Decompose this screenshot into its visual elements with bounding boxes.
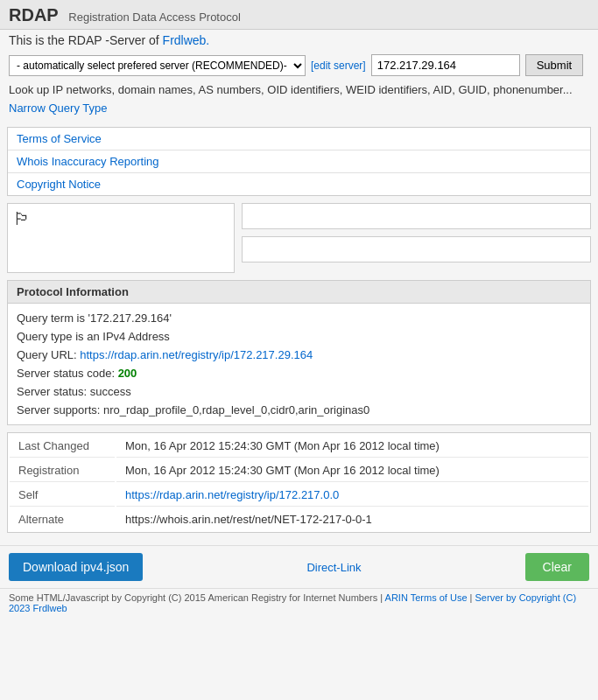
narrow-query-section: Narrow Query Type [0,100,598,122]
direct-link[interactable]: Direct-Link [306,561,361,574]
flag-icon: 🏳 [13,209,31,228]
card-left: 🏳 [7,203,235,273]
footer-text: Some HTML/Javascript by Copyright (C) 20… [9,592,377,603]
protocol-row-status-code: Server status code: 200 [17,364,581,382]
table-row: Registration Mon, 16 Apr 2012 15:24:30 G… [10,459,588,482]
list-item: Terms of Service [8,128,590,150]
info-value-last-changed: Mon, 16 Apr 2012 15:24:30 GMT (Mon Apr 1… [116,435,588,458]
info-value-self: https://rdap.arin.net/registry/ip/172.21… [116,484,588,507]
list-item: Copyright Notice [8,173,590,195]
arin-terms-link[interactable]: ARIN Terms of Use [385,592,468,603]
protocol-section: Protocol Information Query term is '172.… [7,280,591,425]
server-select[interactable]: - automatically select prefered server (… [9,55,306,76]
clear-button[interactable]: Clear [525,553,589,581]
copyright-notice-link[interactable]: Copyright Notice [8,173,590,195]
whois-inaccuracy-link[interactable]: Whois Inaccuracy Reporting [8,150,590,172]
footer: Some HTML/Javascript by Copyright (C) 20… [0,588,598,617]
table-row: Self https://rdap.arin.net/registry/ip/1… [10,484,588,507]
card-right-top [242,203,591,229]
main-content: Terms of Service Whois Inaccuracy Report… [0,122,598,545]
edit-server-link[interactable]: [edit server] [311,60,366,72]
rdap-server-text: This is the RDAP -Server of [9,33,159,47]
header: RDAP Registration Data Access Protocol [0,0,598,30]
info-label-self: Self [10,484,115,507]
list-item: Whois Inaccuracy Reporting [8,150,590,173]
info-label-registration: Registration [10,459,115,482]
status-code: 200 [118,367,137,380]
protocol-row-query-url: Query URL: https://rdap.arin.net/registr… [17,346,581,364]
protocol-row-query-type: Query type is an IPv4 Address [17,327,581,346]
self-link[interactable]: https://rdap.arin.net/registry/ip/172.21… [125,488,339,501]
card-right-bottom [242,236,591,262]
download-button[interactable]: Download ipv4.json [9,553,143,581]
query-url-link[interactable]: https://rdap.arin.net/registry/ip/172.21… [80,348,313,361]
protocol-row-query-term: Query term is '172.217.29.164' [17,309,581,327]
links-section: Terms of Service Whois Inaccuracy Report… [7,127,591,196]
search-bar: - automatically select prefered server (… [0,49,598,81]
bottom-bar: Download ipv4.json Direct-Link Clear [0,545,598,588]
info-label-last-changed: Last Changed [10,435,115,458]
submit-button[interactable]: Submit [525,54,583,76]
card-right [242,203,591,273]
table-row: Last Changed Mon, 16 Apr 2012 15:24:30 G… [10,435,588,458]
info-value-alternate: https://whois.arin.net/rest/net/NET-172-… [116,508,588,530]
info-table: Last Changed Mon, 16 Apr 2012 15:24:30 G… [7,432,591,533]
table-row: Alternate https://whois.arin.net/rest/ne… [10,508,588,530]
terms-of-service-link[interactable]: Terms of Service [8,128,590,150]
query-input[interactable] [371,54,520,76]
narrow-query-link[interactable]: Narrow Query Type [9,102,107,115]
protocol-body: Query term is '172.217.29.164' Query typ… [8,304,590,424]
info-value-registration: Mon, 16 Apr 2012 15:24:30 GMT (Mon Apr 1… [116,459,588,482]
app-title: RDAP [9,5,59,24]
frdlweb-link[interactable]: Frdlweb. [163,33,210,47]
rdap-server-line: This is the RDAP -Server of Frdlweb. [0,30,598,49]
links-list: Terms of Service Whois Inaccuracy Report… [8,128,590,195]
protocol-header: Protocol Information [8,281,590,304]
protocol-row-status: Server status: success [17,382,581,401]
app-subtitle: Registration Data Access Protocol [68,10,241,24]
search-description: Look up IP networks, domain names, AS nu… [0,81,598,100]
card-area: 🏳 [7,203,591,273]
info-label-alternate: Alternate [10,508,115,530]
protocol-row-supports: Server supports: nro_rdap_profile_0,rdap… [17,401,581,419]
